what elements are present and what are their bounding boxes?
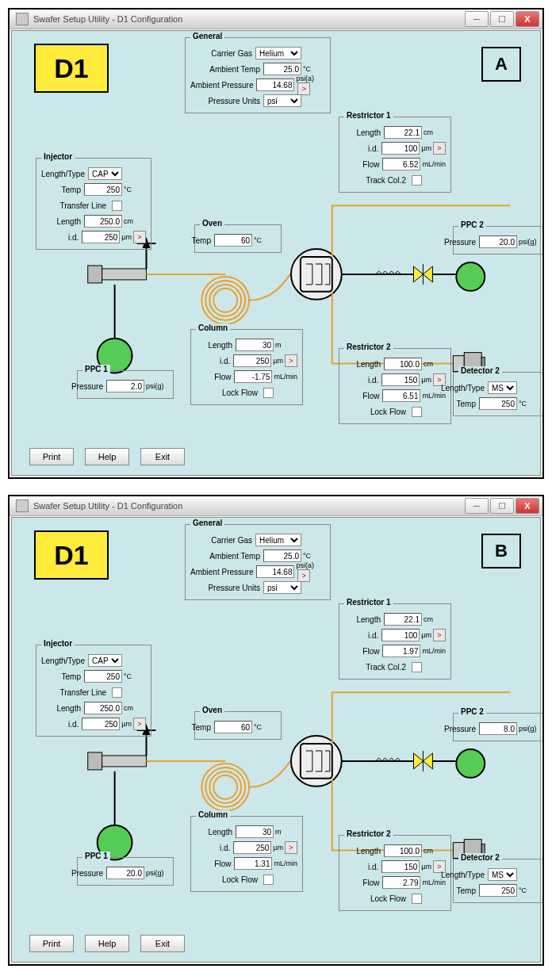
field-input[interactable] [82, 718, 120, 730]
field-input[interactable] [256, 78, 294, 91]
field-input[interactable] [381, 860, 420, 873]
svg-marker-37 [423, 753, 432, 769]
field-input[interactable] [381, 373, 420, 386]
checkbox[interactable] [263, 875, 274, 885]
field-input[interactable] [106, 380, 144, 392]
checkbox[interactable] [412, 894, 422, 904]
exit-button[interactable]: Exit [140, 448, 185, 465]
field-unit: °C [519, 400, 541, 408]
field-input[interactable] [479, 397, 517, 410]
field-input[interactable] [479, 235, 517, 248]
detector2-group: Detector 2 Length/Type MS Temp °C [453, 372, 544, 416]
field-input[interactable] [382, 876, 420, 889]
field-input[interactable] [84, 215, 122, 228]
field-input[interactable] [234, 370, 272, 383]
field-label: Pressure Units [208, 584, 260, 592]
field-unit: psi(g) [519, 238, 541, 246]
field-label: Length [356, 847, 381, 856]
checkbox[interactable] [412, 407, 422, 417]
field-select[interactable]: psi [263, 94, 301, 107]
minimize-button[interactable]: ─ [465, 11, 489, 27]
svg-point-22 [456, 749, 485, 778]
arrow-button[interactable]: > [433, 142, 446, 155]
field-input[interactable] [384, 126, 422, 139]
field-input[interactable] [236, 339, 274, 351]
arrow-button[interactable]: > [285, 841, 297, 854]
field-input[interactable] [84, 702, 122, 714]
field-select[interactable]: Helium [255, 47, 301, 59]
field-input[interactable] [233, 841, 271, 854]
print-button[interactable]: Print [29, 448, 74, 465]
field-input[interactable] [82, 231, 120, 243]
field-input[interactable] [263, 63, 301, 75]
field-input[interactable] [234, 857, 272, 870]
field-select[interactable]: CAP [88, 654, 122, 667]
field-label: Flow [214, 859, 231, 868]
checkbox[interactable] [263, 388, 274, 398]
field-label: i.d. [220, 844, 230, 852]
injector-group: Injector Length/Type CAP Temp °C Transfe… [36, 158, 151, 250]
field-unit: °C [303, 65, 325, 73]
field-label: Ambient Temp [209, 65, 260, 74]
maximize-button[interactable]: ☐ [490, 11, 514, 27]
field-input[interactable] [214, 234, 252, 247]
arrow-button[interactable]: > [297, 82, 310, 95]
field-select[interactable]: psi [263, 581, 301, 594]
panel-letter: B [481, 534, 521, 568]
field-unit: µm> [273, 354, 297, 367]
detector2-group: Detector 2 Length/Type MS Temp °C [453, 859, 544, 903]
field-input[interactable] [479, 884, 517, 897]
field-input[interactable] [384, 358, 422, 370]
help-button[interactable]: Help [85, 448, 129, 465]
field-input[interactable] [382, 645, 420, 657]
close-button[interactable]: X [516, 11, 539, 27]
field-input[interactable] [256, 565, 294, 578]
group-title: PPC 1 [82, 852, 110, 860]
arrow-button[interactable]: > [133, 718, 146, 730]
field-label: i.d. [68, 233, 79, 242]
field-input[interactable] [384, 844, 422, 857]
field-label: i.d. [220, 357, 230, 366]
field-input[interactable] [381, 142, 420, 155]
field-input[interactable] [84, 183, 122, 196]
field-input[interactable] [214, 721, 252, 733]
group-title: Restrictor 2 [344, 829, 393, 838]
field-label: i.d. [68, 720, 79, 729]
field-select[interactable]: MS [488, 381, 517, 394]
field-input[interactable] [382, 158, 420, 170]
exit-button[interactable]: Exit [140, 935, 185, 952]
column-group: Column Length m i.d. µm> Flow mL/min Loc… [190, 329, 303, 405]
group-title: PPC 1 [82, 365, 110, 373]
field-input[interactable] [84, 670, 122, 683]
checkbox[interactable] [112, 687, 122, 698]
field-select[interactable]: CAP [88, 167, 122, 180]
arrow-button[interactable]: > [297, 569, 310, 582]
arrow-button[interactable]: > [133, 231, 146, 243]
field-select[interactable]: MS [488, 868, 517, 881]
field-input[interactable] [263, 549, 301, 562]
field-input[interactable] [382, 389, 420, 402]
minimize-button[interactable]: ─ [465, 498, 489, 514]
field-input[interactable] [236, 825, 274, 838]
print-button[interactable]: Print [29, 935, 74, 952]
restrictor2-group: Restrictor 2 Length cm i.d. µm> Flow mL/… [339, 348, 451, 424]
field-select[interactable]: Helium [255, 534, 301, 546]
svg-marker-15 [413, 266, 423, 282]
field-label: Ambient Pressure [190, 568, 253, 576]
svg-rect-13 [301, 257, 332, 292]
svg-point-30 [205, 768, 245, 807]
checkbox[interactable] [412, 175, 422, 186]
field-input[interactable] [233, 354, 271, 367]
arrow-button[interactable]: > [285, 354, 297, 367]
checkbox[interactable] [412, 662, 422, 672]
checkbox[interactable] [112, 201, 122, 211]
maximize-button[interactable]: ☐ [490, 498, 514, 514]
arrow-button[interactable]: > [433, 629, 446, 641]
field-label: Carrier Gas [211, 536, 252, 545]
help-button[interactable]: Help [85, 935, 129, 952]
field-input[interactable] [381, 629, 420, 641]
close-button[interactable]: X [516, 498, 539, 514]
field-input[interactable] [384, 613, 422, 626]
field-input[interactable] [479, 722, 517, 735]
field-input[interactable] [106, 867, 144, 879]
